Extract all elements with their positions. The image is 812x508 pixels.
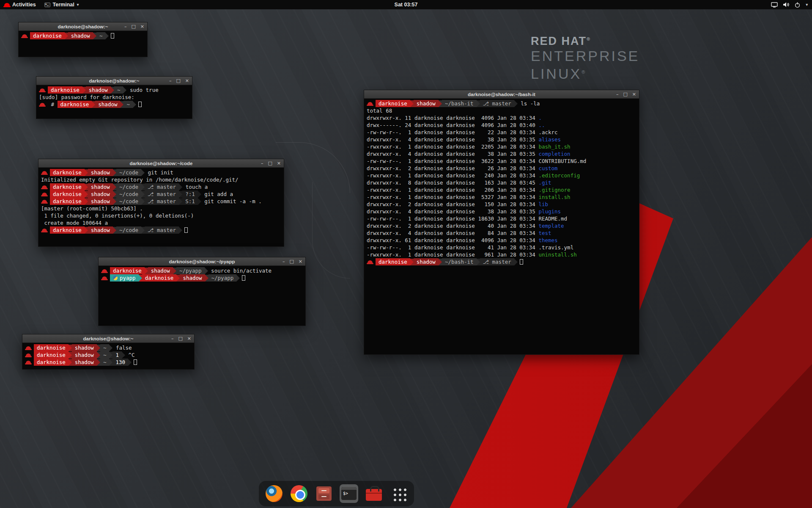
terminal-text: completion xyxy=(538,151,570,157)
window-titlebar[interactable]: darknoise@shadow:~/bash-it – □ × xyxy=(364,90,639,99)
terminal-line: drwxrwxr-x. 11 darknoise darknoise 4096 … xyxy=(367,114,636,121)
close-button[interactable]: × xyxy=(632,92,636,97)
minimize-button[interactable]: – xyxy=(283,259,285,264)
prompt-segment: shadow xyxy=(180,274,205,282)
terminal-line: darknoiseshadow~ sudo true xyxy=(39,86,189,94)
minimize-button[interactable]: – xyxy=(261,161,263,166)
dock-item-files[interactable] xyxy=(315,484,333,503)
close-button[interactable]: × xyxy=(185,78,189,83)
terminal-line: drwxrwxr-x. 4 darknoise darknoise 38 Jan… xyxy=(367,208,636,215)
redhat-icon xyxy=(42,193,47,196)
redhat-icon xyxy=(42,185,47,188)
dock-item-chrome[interactable] xyxy=(290,484,308,503)
powerline-arrow-icon xyxy=(85,191,88,198)
powerline-arrow-icon xyxy=(514,100,518,107)
terminal-text: drwxrwxr-x. 4 darknoise darknoise 38 Jan… xyxy=(367,151,538,157)
prompt-segment: darknoise xyxy=(110,267,145,274)
window-titlebar[interactable]: darknoise@shadow:~/code – □ × xyxy=(38,159,284,168)
terminal-text: git commit -a -m . xyxy=(201,198,262,204)
terminal-content[interactable]: darknoiseshadow~/bash-it⎇ master ls -lat… xyxy=(364,99,639,354)
window-title: darknoise@shadow:~/bash-it xyxy=(468,92,535,97)
terminal-text: .gitignore xyxy=(538,187,570,193)
maximize-button[interactable]: □ xyxy=(623,92,627,97)
window-titlebar[interactable]: darknoise@shadow:~ – □ × xyxy=(22,334,194,343)
app-menu-terminal[interactable]: Terminal ▾ xyxy=(40,0,83,9)
system-tray[interactable]: ▾ xyxy=(767,0,812,9)
terminal-content[interactable]: darknoiseshadow~ xyxy=(19,31,147,57)
close-button[interactable]: × xyxy=(277,161,281,166)
window-controls: – □ × xyxy=(616,90,636,98)
powerline-arrow-icon xyxy=(113,198,116,205)
terminal-content[interactable]: darknoiseshadow~/pyapp source bin/activa… xyxy=(99,266,305,326)
powerline-arrow-icon xyxy=(85,198,88,205)
powerline-arrow-icon xyxy=(439,259,442,265)
prompt-segment: ~ xyxy=(123,101,133,108)
clock[interactable]: Sat 03:57 xyxy=(390,0,422,9)
terminal-content[interactable]: darknoiseshadow~ sudo true[sudo] passwor… xyxy=(36,85,192,119)
terminal-line: -rwxrwxr-x. 1 darknoise darknoise 206 Ja… xyxy=(367,186,636,193)
prompt-segment: shadow xyxy=(95,101,120,108)
powerline-arrow-icon xyxy=(97,359,100,366)
powerline-arrow-icon xyxy=(109,359,112,366)
window-titlebar[interactable]: darknoise@shadow:~ – □ × xyxy=(19,22,147,31)
prompt-segment: ~/code xyxy=(116,198,141,205)
prompt-segment: ?:1 xyxy=(182,190,198,198)
minimize-button[interactable]: – xyxy=(169,78,172,83)
window-titlebar[interactable]: darknoise@shadow:~/pyapp – □ × xyxy=(99,257,305,266)
terminal-text: false xyxy=(112,345,132,351)
redhat-icon xyxy=(40,88,45,91)
maximize-button[interactable]: □ xyxy=(131,24,135,29)
window-title: darknoise@shadow:~/code xyxy=(130,161,193,166)
terminal-window-3: darknoise@shadow:~/code – □ × darknoises… xyxy=(38,159,284,247)
prompt-segment: darknoise xyxy=(34,359,69,366)
terminal-icon xyxy=(44,3,50,7)
dock-item-firefox[interactable] xyxy=(265,484,283,503)
prompt-segment: darknoise xyxy=(142,274,177,282)
app-grid-icon xyxy=(391,486,406,501)
powerline-arrow-icon xyxy=(141,198,145,205)
redhat-icon xyxy=(368,260,373,263)
minimize-button[interactable]: – xyxy=(124,24,127,29)
maximize-button[interactable]: □ xyxy=(176,78,180,83)
terminal-text: . xyxy=(538,115,542,121)
terminal-text: CONTRIBUTING.md xyxy=(538,158,586,164)
prompt-segment: ~ xyxy=(100,351,110,359)
clock-label: Sat 03:57 xyxy=(395,2,418,8)
terminal-cursor xyxy=(520,259,523,265)
prompt-segment: shadow xyxy=(72,344,97,351)
powerline-arrow-icon xyxy=(141,227,145,234)
terminal-cursor xyxy=(111,33,114,39)
maximize-button[interactable]: □ xyxy=(178,336,182,341)
close-button[interactable]: × xyxy=(140,24,144,29)
powerline-arrow-icon xyxy=(179,198,182,205)
terminal-content[interactable]: darknoiseshadow~ falsedarknoiseshadow~1 … xyxy=(22,343,194,369)
activities-button[interactable]: Activities xyxy=(0,0,40,9)
maximize-button[interactable]: □ xyxy=(268,161,272,166)
powerline-arrow-icon xyxy=(69,345,72,351)
window-titlebar[interactable]: darknoise@shadow:~ – □ × xyxy=(36,77,192,85)
terminal-line: # darknoiseshadow~ xyxy=(39,101,189,108)
terminal-text: [sudo] password for darknoise: xyxy=(39,94,134,100)
minimize-button[interactable]: – xyxy=(171,336,174,341)
terminal-window-2: darknoise@shadow:~ – □ × darknoiseshadow… xyxy=(36,76,192,119)
powerline-arrow-icon xyxy=(123,87,126,94)
prompt-segment: shadow xyxy=(414,258,439,265)
redhat-icon xyxy=(26,361,31,364)
powerline-arrow-icon xyxy=(85,227,88,234)
dock-item-terminal[interactable] xyxy=(340,484,358,503)
redhat-icon xyxy=(40,103,45,106)
prompt-segment: S:1 xyxy=(182,198,198,205)
close-button[interactable]: × xyxy=(187,336,191,341)
powerline-arrow-icon xyxy=(120,101,123,108)
dock-item-toolbox[interactable] xyxy=(365,484,383,503)
dock-item-show-applications[interactable] xyxy=(390,484,408,503)
maximize-button[interactable]: □ xyxy=(289,259,294,264)
terminal-content[interactable]: darknoiseshadow~/code git initInitialize… xyxy=(38,168,284,246)
terminal-text: drwxrwxr-x. 4 darknoise darknoise 38 Jan… xyxy=(367,136,538,143)
close-button[interactable]: × xyxy=(299,259,302,264)
powerline-arrow-icon xyxy=(113,227,116,234)
redhat-logo-icon xyxy=(4,3,10,6)
minimize-button[interactable]: – xyxy=(616,92,619,97)
powerline-arrow-icon xyxy=(128,359,132,366)
prompt-segment: darknoise xyxy=(58,101,92,108)
